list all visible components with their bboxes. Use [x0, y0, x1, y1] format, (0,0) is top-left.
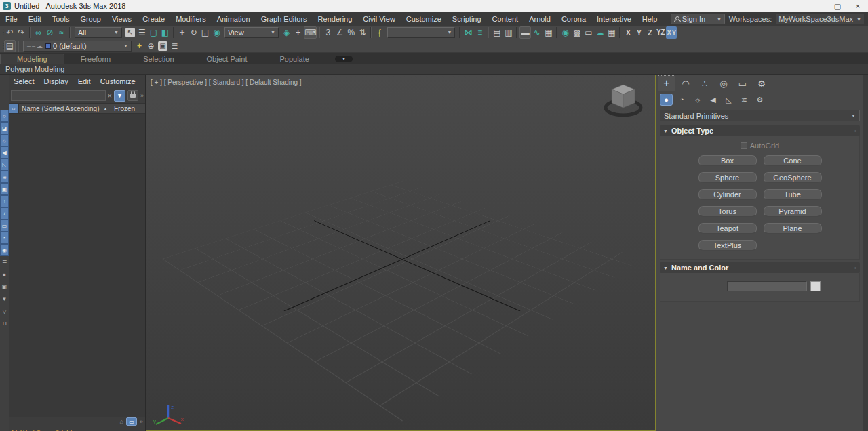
curve-editor-icon[interactable]: ∿: [531, 26, 542, 39]
ribbon-tab-populate[interactable]: Populate: [263, 54, 325, 64]
rectangular-selection-region-icon[interactable]: ▢: [148, 26, 159, 39]
menu-content[interactable]: Content: [487, 12, 524, 26]
pyramid-button[interactable]: Pyramid: [764, 206, 822, 217]
display-groups-icon[interactable]: ▣: [0, 183, 9, 195]
textplus-button[interactable]: TextPlus: [698, 240, 757, 251]
tube-button[interactable]: Tube: [764, 189, 822, 200]
add-selection-to-layer-icon[interactable]: ⊕: [145, 40, 157, 52]
overflow-chevrons-icon[interactable]: »: [140, 92, 143, 99]
display-cameras-icon[interactable]: ◀: [0, 146, 9, 159]
display-materials-icon[interactable]: ☰: [0, 256, 9, 268]
minimize-button[interactable]: —: [807, 0, 827, 12]
select-object-icon[interactable]: ↖: [125, 28, 135, 37]
viewcube[interactable]: [601, 81, 646, 120]
select-and-move-icon[interactable]: +: [176, 26, 188, 39]
layer-explorer-toggle-icon[interactable]: ▤: [4, 40, 16, 52]
menu-rendering[interactable]: Rendering: [313, 12, 358, 26]
object-color-swatch[interactable]: [810, 281, 821, 291]
menu-views[interactable]: Views: [106, 12, 137, 26]
category-space-warps-icon[interactable]: ≋: [738, 94, 751, 106]
sphere-button[interactable]: Sphere: [698, 172, 757, 183]
ribbon-minimize-toggle[interactable]: ▾: [335, 56, 353, 62]
unlink-selection-icon[interactable]: ⊘: [44, 26, 56, 39]
object-type-rollout-header[interactable]: ▼ Object Type ▫: [660, 125, 860, 136]
name-color-rollout-header[interactable]: ▼ Name and Color ▫: [660, 262, 860, 273]
select-and-scale-icon[interactable]: ◱: [199, 26, 211, 39]
undo-icon[interactable]: ↶: [4, 26, 16, 39]
display-lights-icon[interactable]: ☼: [0, 134, 9, 146]
select-and-manipulate-icon[interactable]: +: [292, 26, 304, 39]
workspaces-dropdown[interactable]: MyWorkSpace3dsMax ▼: [776, 14, 864, 24]
category-lights-icon[interactable]: ☼: [691, 94, 704, 106]
menu-animation[interactable]: Animation: [212, 12, 256, 26]
category-geometry-icon[interactable]: ●: [660, 94, 673, 106]
active-layer-dropdown[interactable]: ‒ ‒ ☁ 0 (default) ▼: [23, 41, 132, 52]
select-and-rotate-icon[interactable]: ↻: [188, 26, 199, 39]
ribbon-tab-modeling[interactable]: Modeling: [0, 54, 64, 64]
menu-scripting[interactable]: Scripting: [447, 12, 487, 26]
axis-constraint-z-button[interactable]: Z: [644, 26, 655, 39]
angle-snap-icon[interactable]: ∠: [334, 26, 345, 39]
render-production-icon[interactable]: ☁: [594, 26, 606, 39]
scene-explorer-list[interactable]: [9, 114, 145, 417]
rollout-pin-icon[interactable]: ▫: [854, 265, 856, 271]
selection-filter-dropdown[interactable]: All ▼: [75, 27, 122, 38]
menu-create[interactable]: Create: [137, 12, 170, 26]
snaps-toggle-icon[interactable]: 3: [322, 26, 334, 39]
select-objects-in-layer-icon[interactable]: ▣: [158, 41, 167, 51]
align-icon[interactable]: ≡: [474, 26, 486, 39]
filter-combinations-icon[interactable]: ▼: [0, 293, 9, 305]
menu-group[interactable]: Group: [75, 12, 106, 26]
edit-named-selection-sets-icon[interactable]: {: [374, 26, 385, 39]
explorer-menu-select[interactable]: Select: [9, 77, 39, 85]
category-shapes-icon[interactable]: ◔: [675, 94, 688, 106]
menu-customize[interactable]: Customize: [401, 12, 447, 26]
mirror-icon[interactable]: ⋈: [462, 26, 474, 39]
rendered-frame-window-icon[interactable]: ▭: [583, 26, 594, 39]
torus-button[interactable]: Torus: [698, 206, 757, 217]
render-setup-icon[interactable]: ▩: [571, 26, 583, 39]
display-objects-icon[interactable]: ■: [0, 268, 9, 281]
display-containers-icon[interactable]: ▭: [0, 220, 9, 232]
container-filter-icon[interactable]: ⊔: [0, 317, 9, 329]
category-systems-icon[interactable]: ⚙: [753, 94, 766, 106]
display-hidden-icon[interactable]: ◉: [0, 244, 9, 256]
custom-filter-icon[interactable]: ▽: [0, 305, 9, 317]
select-and-place-icon[interactable]: ◉: [211, 26, 222, 39]
menu-edit[interactable]: Edit: [23, 12, 47, 26]
object-name-field[interactable]: [727, 281, 807, 291]
tab-create[interactable]: +: [658, 76, 675, 91]
name-column-header[interactable]: Name (Sorted Ascending) ▲: [19, 105, 111, 112]
autogrid-checkbox[interactable]: [741, 142, 747, 149]
ribbon-tab-object-paint[interactable]: Object Paint: [191, 54, 264, 64]
toggle-ribbon-icon[interactable]: ▬: [519, 26, 531, 39]
overflow-chevrons-icon[interactable]: »: [140, 418, 142, 425]
menu-tools[interactable]: Tools: [47, 12, 75, 26]
category-cameras-icon[interactable]: ◀: [707, 94, 719, 106]
bind-to-space-warp-icon[interactable]: ≈: [56, 26, 67, 39]
explorer-menu-customize[interactable]: Customize: [96, 77, 140, 85]
plane-button[interactable]: Plane: [764, 223, 822, 234]
display-xrefs-icon[interactable]: ↑: [0, 195, 9, 207]
toggle-scene-explorer-icon[interactable]: ▤: [491, 26, 502, 39]
explorer-dock-icon[interactable]: ⌂: [120, 418, 123, 425]
display-bones-icon[interactable]: /: [0, 207, 9, 220]
sign-in-button[interactable]: Sign In ▼: [671, 14, 725, 24]
menu-corona[interactable]: Corona: [556, 12, 591, 26]
explorer-display-toggle-icon[interactable]: ▭: [126, 417, 137, 426]
polygon-modeling-label[interactable]: Polygon Modeling: [5, 65, 64, 73]
percent-snap-icon[interactable]: %: [345, 26, 357, 39]
cone-button[interactable]: Cone: [764, 155, 822, 166]
explorer-menu-display[interactable]: Display: [39, 77, 73, 85]
primitive-category-dropdown[interactable]: Standard Primitives ▼: [660, 110, 860, 121]
spinner-snap-icon[interactable]: ⇅: [357, 26, 368, 39]
redo-icon[interactable]: ↷: [16, 26, 27, 39]
axis-constraint-x-button[interactable]: X: [623, 26, 633, 39]
ribbon-tab-selection[interactable]: Selection: [127, 54, 190, 64]
keyboard-shortcut-override-icon[interactable]: ⌨: [304, 26, 317, 39]
use-pivot-point-center-icon[interactable]: ◈: [281, 26, 292, 39]
display-none-icon[interactable]: ○: [0, 110, 9, 122]
named-selection-sets-dropdown[interactable]: ▼: [387, 27, 455, 38]
tab-hierarchy[interactable]: ∴: [696, 76, 713, 91]
viewport-label[interactable]: [ + ] [ Perspective ] [ Standard ] [ Def…: [151, 79, 302, 86]
